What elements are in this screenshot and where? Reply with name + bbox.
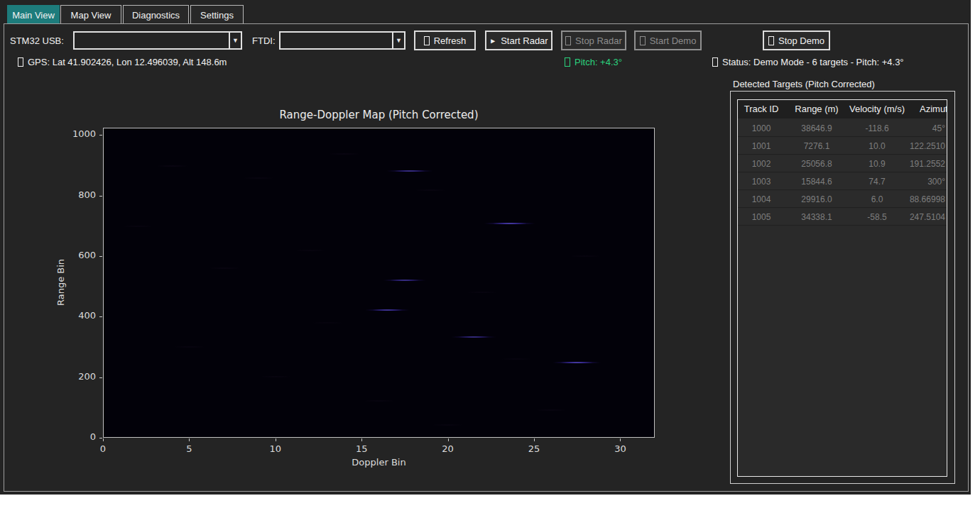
x-tick-mark	[189, 438, 190, 441]
x-tick-label: 0	[100, 443, 106, 454]
table-cell: 10.0	[844, 138, 910, 155]
y-tick-label: 800	[65, 189, 96, 200]
refresh-button-label: Refresh	[434, 35, 467, 46]
pitch-indicator-text: Pitch: +4.3°	[575, 57, 622, 67]
x-tick-mark	[103, 438, 104, 441]
refresh-button[interactable]: Refresh	[414, 31, 476, 50]
y-tick-label: 1000	[65, 128, 96, 139]
x-tick-label: 5	[186, 443, 192, 454]
start-demo-button-label: Start Demo	[650, 35, 697, 46]
table-row[interactable]: 100429916.06.088.66998	[738, 191, 947, 208]
table-cell: 122.2510	[907, 138, 945, 155]
table-cell: 15844.6	[785, 173, 849, 190]
noise-spot	[242, 177, 275, 179]
chevron-down-icon[interactable]: ▼	[392, 33, 404, 48]
column-header-range-m-[interactable]: Range (m)	[785, 100, 849, 118]
noise-spot	[173, 346, 206, 348]
y-tick-label: 400	[65, 310, 96, 321]
start-demo-button[interactable]: Start Demo	[634, 31, 702, 50]
table-cell: 1004	[739, 191, 783, 208]
noise-spot	[294, 249, 327, 251]
target-streak	[381, 280, 428, 282]
noise-spot	[208, 267, 241, 270]
play-icon: ►	[489, 37, 496, 45]
start-radar-button[interactable]: ► Start Radar	[485, 31, 552, 50]
x-tick-label: 30	[614, 443, 626, 454]
targets-table[interactable]: Track IDRange (m)Velocity (m/s)Azimuth 1…	[737, 99, 947, 477]
ftdi-combobox[interactable]: ▼	[279, 31, 405, 50]
table-cell: 10.9	[844, 155, 910, 172]
y-tick-label: 0	[65, 431, 96, 442]
target-streak	[482, 223, 538, 225]
table-cell: 7276.1	[785, 138, 849, 155]
table-cell: 1000	[739, 120, 783, 137]
column-header-velocity-m-s-[interactable]: Velocity (m/s)	[844, 100, 910, 118]
y-tick-mark	[99, 438, 102, 438]
table-row[interactable]: 100038646.9-118.645°	[738, 120, 947, 137]
tab-map-view[interactable]: Map View	[60, 5, 121, 24]
y-tick-mark	[99, 256, 102, 257]
ftdi-combobox-value	[281, 33, 392, 48]
pitch-icon	[565, 57, 570, 67]
stop-radar-button[interactable]: Stop Radar	[561, 31, 626, 50]
table-row[interactable]: 10017276.110.0122.2510	[738, 138, 947, 155]
table-cell: 1005	[739, 209, 783, 226]
app-window: Main ViewMap ViewDiagnosticsSettings STM…	[0, 0, 971, 495]
table-cell: 6.0	[844, 191, 910, 208]
chevron-down-icon[interactable]: ▼	[229, 33, 241, 48]
stop-radar-button-label: Stop Radar	[575, 35, 622, 46]
x-tick-mark	[448, 438, 449, 441]
gps-status: GPS: Lat 41.902426, Lon 12.496039, Alt 1…	[18, 57, 227, 67]
noise-spot	[431, 424, 464, 426]
stm32-usb-combobox-value	[75, 33, 229, 48]
x-axis-label: Doppler Bin	[103, 457, 655, 468]
column-header-azimuth[interactable]: Azimuth	[920, 100, 947, 118]
y-tick-mark	[99, 135, 102, 136]
noise-spot	[414, 189, 447, 191]
targets-table-header: Track IDRange (m)Velocity (m/s)Azimuth	[738, 100, 947, 118]
chart-title: Range-Doppler Map (Pitch Corrected)	[103, 109, 655, 121]
table-cell: 191.2552	[907, 155, 945, 172]
table-cell: -58.5	[844, 209, 910, 226]
y-tick-mark	[99, 196, 102, 197]
gps-status-text: GPS: Lat 41.902426, Lon 12.496039, Alt 1…	[28, 57, 227, 67]
status-icon	[712, 57, 718, 67]
stop-demo-button[interactable]: Stop Demo	[763, 31, 830, 50]
table-cell: 25056.8	[785, 155, 849, 172]
x-tick-mark	[276, 438, 276, 441]
ftdi-label: FTDI:	[252, 35, 276, 46]
table-cell: 1001	[739, 138, 783, 155]
start-radar-button-label: Start Radar	[501, 35, 548, 46]
x-tick-label: 10	[270, 443, 282, 454]
status-message: Status: Demo Mode - 6 targets - Pitch: +…	[712, 57, 904, 67]
demo-icon	[640, 36, 646, 45]
table-cell: 29916.0	[785, 191, 849, 208]
table-row[interactable]: 100225056.810.9191.2552	[738, 155, 947, 172]
table-cell: 34338.1	[785, 209, 849, 226]
stm32-usb-combobox[interactable]: ▼	[73, 31, 242, 50]
noise-spot	[363, 400, 396, 402]
table-row[interactable]: 100315844.674.7300°	[738, 173, 947, 190]
stop-icon	[768, 36, 774, 45]
stop-demo-button-label: Stop Demo	[778, 35, 824, 46]
tab-settings[interactable]: Settings	[190, 5, 244, 24]
tab-diagnostics[interactable]: Diagnostics	[123, 5, 189, 24]
noise-spot	[156, 165, 189, 167]
screen: Main ViewMap ViewDiagnosticsSettings STM…	[0, 0, 980, 508]
targets-panel-title: Detected Targets (Pitch Corrected)	[733, 79, 875, 89]
tab-main-view[interactable]: Main View	[7, 5, 60, 24]
table-cell: 247.5104	[907, 209, 945, 226]
table-cell: 1002	[739, 155, 783, 172]
satellite-icon	[18, 57, 23, 67]
noise-spot	[500, 358, 533, 360]
x-tick-mark	[361, 438, 362, 441]
x-tick-mark	[620, 438, 621, 441]
y-tick-mark	[99, 316, 102, 317]
table-cell: 1003	[739, 173, 783, 190]
target-streak	[450, 336, 498, 338]
noise-spot	[121, 225, 154, 227]
y-axis-label: Range Bin	[55, 259, 66, 306]
table-cell: 74.7	[844, 173, 910, 190]
table-row[interactable]: 100534338.1-58.5247.5104	[738, 209, 947, 226]
column-header-track-id[interactable]: Track ID	[739, 100, 783, 118]
